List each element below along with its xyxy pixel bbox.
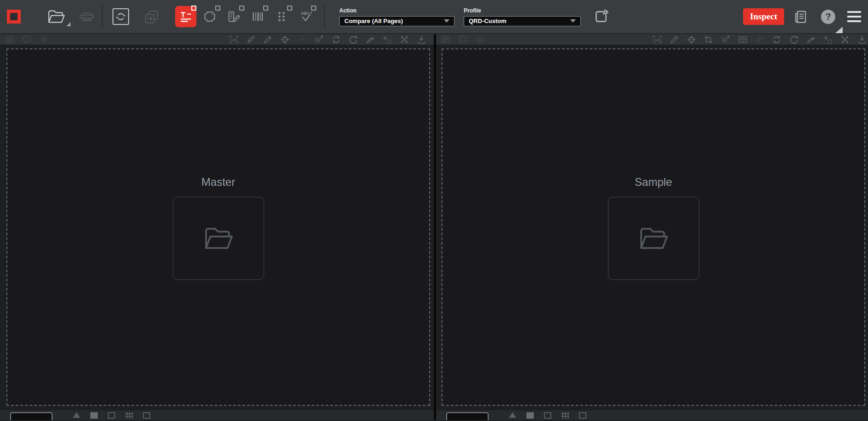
hamburger-icon bbox=[847, 20, 861, 22]
comment-icon[interactable] bbox=[458, 35, 468, 45]
crosshair-icon[interactable] bbox=[686, 35, 697, 45]
crosshair-icon[interactable] bbox=[280, 35, 290, 45]
workspace: OCR Master bbox=[0, 34, 868, 420]
master-page-thumbnail[interactable] bbox=[10, 412, 53, 420]
snapshot-icon[interactable] bbox=[5, 35, 15, 45]
rotate-icon[interactable] bbox=[348, 35, 358, 45]
inspection-mode-toggles: ABC bbox=[175, 0, 319, 34]
open-file-button[interactable] bbox=[45, 6, 67, 28]
sample-page-thumbnail[interactable] bbox=[446, 412, 489, 420]
export-download-icon[interactable] bbox=[416, 35, 426, 45]
profile-settings-button[interactable] bbox=[592, 7, 610, 26]
square-gear-icon bbox=[593, 9, 609, 24]
comment-icon[interactable] bbox=[22, 35, 32, 45]
app-logo bbox=[7, 10, 21, 24]
sync-icon bbox=[115, 11, 126, 22]
master-dropzone[interactable]: Master bbox=[6, 48, 430, 406]
master-region-tools: OCR bbox=[229, 35, 429, 45]
toggle-barcode-inspection[interactable] bbox=[247, 0, 268, 34]
report-button[interactable] bbox=[792, 9, 808, 24]
action-dropdown[interactable]: Compare (All Pages) bbox=[339, 16, 455, 26]
page-tool-icon[interactable] bbox=[90, 412, 98, 419]
folder-icon bbox=[638, 226, 669, 251]
ocr-region-icon[interactable]: OCR bbox=[229, 35, 239, 45]
annotate-pencil-icon[interactable] bbox=[669, 35, 679, 45]
graphics-inspection-checkbox[interactable] bbox=[239, 6, 244, 11]
sample-dropzone-content: Sample bbox=[608, 176, 699, 280]
toolbar-separator bbox=[324, 5, 325, 29]
flip-icon[interactable] bbox=[331, 35, 341, 45]
crop-icon[interactable] bbox=[703, 35, 714, 45]
action-field: Action Compare (All Pages) bbox=[339, 7, 455, 26]
profile-dropdown[interactable]: QRD-Custom bbox=[464, 16, 581, 26]
barcode-inspection-checkbox[interactable] bbox=[263, 6, 268, 11]
export-download-icon[interactable] bbox=[857, 35, 867, 45]
toggle-text-inspection[interactable] bbox=[175, 0, 196, 34]
eyedropper-icon[interactable] bbox=[365, 35, 375, 45]
folder-icon bbox=[203, 226, 234, 251]
page-tool-icon[interactable] bbox=[108, 412, 115, 419]
page-tool-icon[interactable] bbox=[544, 412, 551, 419]
edit-region-icon[interactable] bbox=[755, 35, 765, 45]
abc-glyph-text: ABC bbox=[301, 11, 310, 16]
pages-button[interactable] bbox=[141, 6, 161, 27]
page-tool-icon[interactable] bbox=[579, 412, 586, 419]
split-compare-icon[interactable] bbox=[738, 35, 748, 45]
open-folder-icon bbox=[47, 9, 65, 24]
master-load-file-button[interactable] bbox=[173, 197, 264, 280]
toggle-braille-inspection[interactable] bbox=[271, 0, 292, 34]
page-tool-icon[interactable] bbox=[561, 412, 569, 419]
region-export-icon[interactable] bbox=[314, 35, 324, 45]
help-button[interactable]: ? bbox=[821, 10, 835, 24]
braille-inspection-checkbox[interactable] bbox=[287, 6, 292, 11]
menu-button[interactable] bbox=[847, 11, 861, 22]
nav-arrow-icon[interactable] bbox=[509, 412, 516, 418]
shape-inspection-checkbox[interactable] bbox=[215, 6, 220, 11]
add-region-icon[interactable] bbox=[823, 35, 833, 45]
scan-button[interactable] bbox=[77, 6, 97, 27]
scanner-icon bbox=[78, 11, 95, 23]
text-inspection-checkbox[interactable] bbox=[191, 6, 196, 11]
rotate-icon[interactable] bbox=[789, 35, 799, 45]
page-tool-icon[interactable] bbox=[526, 412, 534, 419]
alignment-cross-icon[interactable] bbox=[297, 35, 307, 45]
page-tool-icon[interactable] bbox=[143, 412, 150, 419]
toggle-spellcheck-inspection[interactable]: ABC bbox=[295, 0, 316, 34]
add-region-icon[interactable] bbox=[382, 35, 392, 45]
scale-icon[interactable] bbox=[840, 35, 850, 45]
snapshot-icon[interactable] bbox=[441, 35, 451, 45]
scale-icon[interactable] bbox=[399, 35, 409, 45]
eyedropper-icon[interactable] bbox=[806, 35, 816, 45]
master-dropzone-content: Master bbox=[173, 176, 264, 280]
ocr-region-icon[interactable]: OCR bbox=[652, 35, 662, 45]
brightness-icon[interactable] bbox=[39, 35, 49, 45]
approve-region-icon[interactable] bbox=[246, 35, 256, 45]
profile-value: QRD-Custom bbox=[469, 18, 570, 24]
toggle-graphics-inspection[interactable] bbox=[223, 0, 244, 34]
master-canvas: Master bbox=[0, 45, 434, 409]
page-tool-icon[interactable] bbox=[125, 412, 133, 419]
flip-icon[interactable] bbox=[772, 35, 782, 45]
inspect-button[interactable]: Inspect bbox=[743, 8, 784, 25]
hamburger-icon bbox=[847, 16, 861, 18]
brightness-icon[interactable] bbox=[475, 35, 485, 45]
spellcheck-inspection-checkbox[interactable] bbox=[311, 6, 316, 11]
sample-load-file-button[interactable] bbox=[608, 197, 699, 280]
sync-views-button[interactable] bbox=[112, 8, 129, 25]
annotate-pencil-icon[interactable] bbox=[263, 35, 273, 45]
nav-arrow-icon[interactable] bbox=[73, 412, 80, 418]
hamburger-icon bbox=[847, 11, 861, 13]
sample-dropzone[interactable]: Sample bbox=[442, 48, 865, 406]
toggle-shape-inspection[interactable] bbox=[199, 0, 220, 34]
main-toolbar: ABC Action Compare (All Pages) Profile Q… bbox=[0, 0, 868, 34]
master-page-bar bbox=[0, 409, 434, 420]
panel-flyout-arrow-icon bbox=[835, 27, 843, 33]
master-title: Master bbox=[201, 176, 235, 189]
profile-field: Profile QRD-Custom bbox=[464, 7, 581, 26]
sample-region-tools: OCR bbox=[652, 35, 863, 45]
action-value: Compare (All Pages) bbox=[344, 18, 444, 24]
region-export-icon[interactable] bbox=[720, 35, 731, 45]
sample-panel: OCR Sample bbox=[436, 34, 868, 420]
sample-title: Sample bbox=[635, 176, 672, 189]
ocr-glyph-text: OCR bbox=[230, 38, 237, 41]
